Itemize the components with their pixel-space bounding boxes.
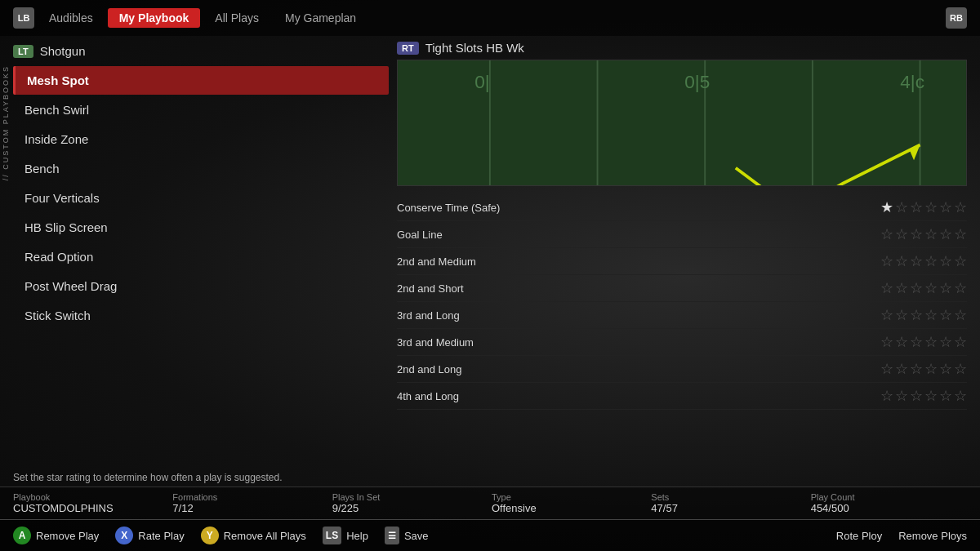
right-panel: RT Tight Slots HB Wk 0| [397, 41, 967, 465]
star-4[interactable]: ☆ [924, 198, 938, 216]
play-item-hb-slip-screen[interactable]: HB Slip Screen [13, 213, 389, 242]
rating-label: 4th and Long [397, 390, 880, 402]
rating-label: 2nd and Medium [397, 256, 880, 268]
star-rating[interactable]: ☆☆☆☆☆☆ [880, 225, 967, 243]
a-badge: A [13, 527, 31, 544]
save-button[interactable]: ☰ Save [385, 527, 429, 544]
footer-stats: Playbook CUSTOMDOLPHINS Formations 7/12 … [0, 487, 980, 519]
lt-badge[interactable]: LT [13, 45, 33, 58]
nav-my-gameplan[interactable]: My Gameplan [274, 8, 368, 28]
y-badge: Y [201, 527, 219, 544]
star-1[interactable]: ★ [880, 198, 893, 216]
stat-value: 9/225 [332, 502, 488, 514]
play-item-stick-switch[interactable]: Stick Switch [13, 301, 389, 330]
rt-badge[interactable]: RT [397, 42, 419, 55]
svg-text:0|5: 0|5 [684, 72, 710, 92]
play-diagram: 0| 0|5 4|c 0|5 5|0 ✕ [397, 60, 967, 186]
svg-text:5|0: 5|0 [905, 184, 926, 186]
rating-row-conserve-time[interactable]: Conserve Time (Safe) ★ ☆ ☆ ☆ ☆ ☆ [397, 194, 967, 221]
star-3[interactable]: ☆ [910, 198, 923, 216]
stat-value: CUSTOMDOLPHINS [13, 502, 169, 514]
stat-label: Plays In Set [332, 492, 488, 502]
save-label: Save [404, 530, 429, 542]
remove-play-label: Remove Play [36, 530, 99, 542]
rate-play-button[interactable]: X Rate Play [115, 527, 184, 544]
star-6[interactable]: ☆ [954, 198, 967, 216]
formation-name: Shotgun [40, 44, 86, 58]
x-badge: X [115, 527, 133, 544]
formation-header-right: RT Tight Slots HB Wk [397, 41, 967, 55]
stat-value: 7/12 [172, 502, 328, 514]
play-item-inside-zone[interactable]: Inside Zone [13, 125, 389, 153]
stat-value: Offensive [492, 502, 648, 514]
rating-row-4th-long[interactable]: 4th and Long ☆☆☆☆☆☆ [397, 383, 967, 410]
nav-audibles[interactable]: Audibles [38, 8, 105, 28]
hint-text: Set the star rating to determine how oft… [0, 465, 980, 487]
star-2[interactable]: ☆ [895, 198, 908, 216]
rate-play-label: Rate Play [138, 530, 184, 542]
rating-label: Conserve Time (Safe) [397, 202, 880, 214]
rating-label: 2nd and Long [397, 363, 880, 375]
remove-ploys-label[interactable]: Remove Ploys [898, 530, 967, 542]
star-rating[interactable]: ★ ☆ ☆ ☆ ☆ ☆ [880, 198, 967, 216]
play-item-read-option[interactable]: Read Option [13, 242, 389, 271]
play-formation-name: Tight Slots HB Wk [425, 41, 524, 55]
rating-row-goal-line[interactable]: Goal Line ☆☆☆☆☆☆ [397, 221, 967, 248]
stat-label: Formations [172, 492, 328, 502]
svg-text:0|: 0| [474, 72, 489, 92]
stat-type: Type Offensive [492, 492, 648, 514]
play-item-bench-swirl[interactable]: Bench Swirl [13, 96, 389, 124]
remove-all-plays-label: Remove All Plays [224, 530, 306, 542]
rb-button[interactable]: RB [946, 7, 967, 29]
stat-value: 47/57 [651, 502, 807, 514]
stat-formations: Formations 7/12 [172, 492, 328, 514]
help-label: Help [346, 530, 368, 542]
stat-plays-in-set: Plays In Set 9/225 [332, 492, 488, 514]
bottom-bar: A Remove Play X Rate Play Y Remove All P… [0, 519, 980, 551]
menu-badge: ☰ [385, 527, 399, 544]
rating-label: 3rd and Medium [397, 336, 880, 349]
remove-all-plays-button[interactable]: Y Remove All Plays [201, 527, 306, 544]
top-navigation: LB Audibles My Playbook All Plays My Gam… [0, 0, 980, 36]
play-item-mesh-spot[interactable]: Mesh Spot [13, 66, 389, 95]
ratings-section: Conserve Time (Safe) ★ ☆ ☆ ☆ ☆ ☆ Goal Li… [397, 194, 967, 465]
star-rating[interactable]: ☆☆☆☆☆☆ [880, 333, 967, 351]
star-rating[interactable]: ☆☆☆☆☆☆ [880, 252, 967, 270]
stat-label: Type [492, 492, 648, 502]
star-5[interactable]: ☆ [939, 198, 952, 216]
lb-button[interactable]: LB [13, 7, 34, 29]
formation-header: LT Shotgun [13, 41, 389, 61]
star-rating[interactable]: ☆☆☆☆☆☆ [880, 279, 967, 297]
rating-label: Goal Line [397, 229, 880, 241]
rating-row-3rd-medium[interactable]: 3rd and Medium ☆☆☆☆☆☆ [397, 329, 967, 356]
rating-label: 2nd and Short [397, 282, 880, 295]
star-rating[interactable]: ☆☆☆☆☆☆ [880, 387, 967, 405]
rating-row-3rd-long[interactable]: 3rd and Long ☆☆☆☆☆☆ [397, 302, 967, 329]
rating-label: 3rd and Long [397, 309, 880, 322]
remove-play-button[interactable]: A Remove Play [13, 527, 99, 544]
svg-text:4|c: 4|c [900, 72, 924, 92]
rating-row-2nd-short[interactable]: 2nd and Short ☆☆☆☆☆☆ [397, 275, 967, 302]
stat-sets: Sets 47/57 [651, 492, 807, 514]
rating-row-2nd-medium[interactable]: 2nd and Medium ☆☆☆☆☆☆ [397, 248, 967, 275]
rote-ploy-label[interactable]: Rote Ploy [836, 530, 882, 542]
play-item-bench[interactable]: Bench [13, 154, 389, 183]
help-button[interactable]: LS Help [323, 527, 368, 544]
play-item-post-wheel-drag[interactable]: Post Wheel Drag [13, 272, 389, 300]
sidebar-vertical-label: // CUSTOM PLAYBOOKS [2, 65, 10, 180]
rating-row-2nd-long[interactable]: 2nd and Long ☆☆☆☆☆☆ [397, 356, 967, 383]
stat-value: 454/500 [811, 502, 967, 514]
ls-badge: LS [323, 527, 341, 544]
main-area: // CUSTOM PLAYBOOKS LT Shotgun Mesh Spot… [0, 41, 980, 465]
svg-text:0|5: 0|5 [443, 184, 465, 186]
stat-label: Playbook [13, 492, 169, 502]
nav-my-playbook[interactable]: My Playbook [108, 8, 201, 28]
play-item-four-verticals[interactable]: Four Verticals [13, 184, 389, 212]
star-rating[interactable]: ☆☆☆☆☆☆ [880, 306, 967, 324]
left-panel: LT Shotgun Mesh Spot Bench Swirl Inside … [13, 41, 389, 465]
nav-all-plays[interactable]: All Plays [203, 8, 270, 28]
play-list: Mesh Spot Bench Swirl Inside Zone Bench … [13, 66, 389, 330]
stat-playbook: Playbook CUSTOMDOLPHINS [13, 492, 169, 514]
star-rating[interactable]: ☆☆☆☆☆☆ [880, 360, 967, 378]
stat-play-count: Play Count 454/500 [811, 492, 967, 514]
